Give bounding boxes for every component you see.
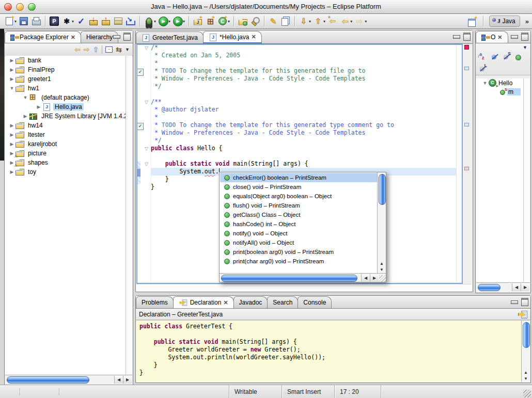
external-tools-icon[interactable] — [61, 15, 72, 27]
print-icon[interactable] — [30, 15, 42, 27]
maximize-view-icon[interactable] — [463, 33, 471, 41]
minimize-view-icon[interactable] — [511, 35, 518, 39]
code-line[interactable]: public static void main(String[] args) { — [139, 338, 522, 346]
debug-icon[interactable] — [143, 15, 154, 27]
completion-item[interactable]: print(char arg0) void – PrintStream — [220, 257, 377, 266]
package-explorer-tree[interactable]: ▶bank▶FinalPrep▶greeter1▼hw1▼(default pa… — [5, 56, 126, 375]
back-icon[interactable]: ⇦ — [74, 45, 81, 54]
vscrollbar-thumb[interactable] — [379, 174, 386, 205]
completion-item[interactable]: notifyAll() void – Object — [220, 238, 377, 247]
hide-local-types-icon[interactable]: L — [479, 65, 487, 73]
perspective-overflow-chevron[interactable]: » — [525, 18, 529, 25]
declaration-vscrollbar[interactable]: ▲ ▼ — [521, 320, 530, 382]
outline-item-hello[interactable]: ▼Hello — [476, 78, 524, 87]
run-icon[interactable] — [158, 15, 169, 27]
hide-fields-icon[interactable] — [491, 53, 499, 61]
completion-item[interactable]: checkError() boolean – PrintStream — [220, 173, 377, 182]
minimize-view-icon[interactable] — [453, 35, 460, 39]
scroll-left-icon[interactable]: ◀ — [114, 376, 123, 384]
commit-icon[interactable] — [88, 15, 99, 27]
tab-greetertest-java[interactable]: GreeterTest.java — [136, 31, 204, 43]
run-last-icon[interactable] — [172, 15, 183, 27]
scroll-down-icon[interactable]: ▼ — [524, 376, 528, 381]
task-marker-icon[interactable]: ✓ — [137, 123, 144, 130]
error-top-overview-marker[interactable] — [464, 45, 469, 50]
synchronize-icon[interactable] — [113, 15, 124, 27]
completion-item[interactable]: hashCode() int – Object — [220, 219, 377, 229]
outline-hscrollbar[interactable]: ◀ ▶ — [476, 282, 530, 292]
scroll-up-icon[interactable]: ▲ — [380, 261, 384, 266]
code-line[interactable]: * TODO To change the template for this g… — [151, 121, 457, 129]
tree-item-finalprep[interactable]: ▶FinalPrep — [5, 65, 126, 74]
close-icon[interactable]: ✕ — [497, 34, 502, 41]
code-line[interactable]: */ — [151, 137, 457, 145]
close-icon[interactable]: ✕ — [71, 34, 75, 41]
completion-list[interactable]: checkError() boolean – PrintStreamclose(… — [220, 173, 377, 273]
view-menu-icon[interactable]: ▼ — [125, 47, 130, 52]
hscrollbar-thumb[interactable] — [7, 376, 89, 384]
tab-declaration[interactable]: Declaration ✕ — [173, 296, 234, 308]
fold-collapse-icon[interactable]: ▽ — [145, 162, 148, 167]
code-line[interactable]: * — [151, 59, 457, 67]
expand-arrow-icon[interactable]: ▶ — [8, 132, 15, 137]
tree-item-shapes[interactable]: ▶⚠shapes — [5, 158, 126, 167]
tab-hello-java[interactable]: *Hello.java ✕ — [203, 31, 262, 43]
completion-item[interactable]: print(boolean arg0) void – PrintStream — [220, 247, 377, 257]
completion-item[interactable]: equals(Object arg0) boolean – Object — [220, 192, 377, 201]
sort-icon[interactable]: ↓ — [479, 53, 487, 61]
scroll-down-icon[interactable]: ▼ — [380, 267, 384, 272]
tab-problems[interactable]: Problems — [136, 296, 174, 308]
hscrollbar-thumb[interactable] — [478, 284, 500, 291]
editor-hscrollbar[interactable] — [136, 284, 472, 291]
expand-arrow-icon[interactable]: ▶ — [8, 58, 15, 63]
code-line[interactable]: * Window - Preferences - Java - Code Sty… — [151, 75, 457, 83]
close-icon[interactable]: ✕ — [251, 34, 256, 40]
back-icon[interactable] — [339, 15, 351, 27]
scroll-left-icon[interactable]: ◀ — [361, 274, 370, 281]
plugin-icon[interactable] — [49, 15, 60, 27]
package-explorer-vscrollbar[interactable] — [126, 56, 132, 375]
mark-occurrences-icon[interactable] — [268, 15, 279, 27]
tree-item-ltester[interactable]: ▶ltester — [5, 130, 126, 139]
code-line[interactable]: /* — [151, 44, 457, 52]
code-line[interactable]: * @author djslater — [151, 106, 457, 114]
tree-item-picture[interactable]: ▶⚠picture — [5, 149, 126, 158]
code-line[interactable]: } — [139, 369, 522, 377]
todo-overview-marker[interactable] — [464, 67, 469, 70]
tree-item-bank[interactable]: ▶bank — [5, 56, 126, 65]
folding-column[interactable]: ▽▽▽▽ — [144, 44, 151, 284]
maximize-view-icon[interactable] — [123, 33, 131, 41]
open-type-icon[interactable] — [237, 15, 248, 27]
code-line[interactable]: * — [151, 114, 457, 121]
collapse-all-icon[interactable]: − — [105, 46, 113, 53]
task-marker-icon[interactable]: ✓ — [137, 69, 144, 76]
expand-arrow-icon[interactable]: ▶ — [35, 104, 42, 109]
vertical-ruler[interactable]: ✓✓ — [136, 44, 144, 284]
outline-vscrollbar[interactable] — [523, 78, 530, 283]
close-icon[interactable]: ✕ — [223, 299, 228, 306]
popup-hscrollbar[interactable]: ◀ ▶ — [220, 273, 386, 282]
todo-overview-marker[interactable] — [464, 123, 469, 126]
show-public-icon[interactable] — [514, 53, 523, 61]
overview-ruler[interactable] — [462, 44, 472, 284]
completion-item[interactable]: close() void – PrintStream — [220, 182, 377, 192]
code-line[interactable]: public class GreeterTest { — [139, 323, 522, 330]
window-resize-grip[interactable] — [523, 390, 531, 397]
code-line[interactable] — [139, 330, 522, 338]
code-line[interactable]: * Window - Preferences - Java - Code Sty… — [151, 129, 457, 137]
code-line[interactable]: /** — [151, 98, 457, 106]
tree-item-greeter1[interactable]: ▶greeter1 — [5, 74, 126, 84]
tree-item--default-package-[interactable]: ▼(default package) — [5, 93, 126, 102]
open-input-icon[interactable] — [518, 310, 527, 319]
code-line[interactable]: } — [139, 361, 522, 369]
expand-arrow-icon[interactable]: ▶ — [8, 76, 15, 82]
expand-arrow-icon[interactable]: ▶ — [8, 141, 15, 147]
maximize-view-icon[interactable] — [521, 298, 528, 306]
expand-arrow-icon[interactable]: ▶ — [8, 123, 15, 128]
tab-javadoc[interactable]: Javadoc — [233, 296, 268, 308]
new-package-icon[interactable] — [205, 15, 216, 27]
fold-collapse-icon[interactable]: ▽ — [145, 45, 148, 51]
completion-item[interactable]: getClass() Class – Object — [220, 210, 377, 219]
outline-item-m[interactable]: m — [476, 87, 524, 96]
popup-resize-grip[interactable] — [379, 275, 386, 282]
